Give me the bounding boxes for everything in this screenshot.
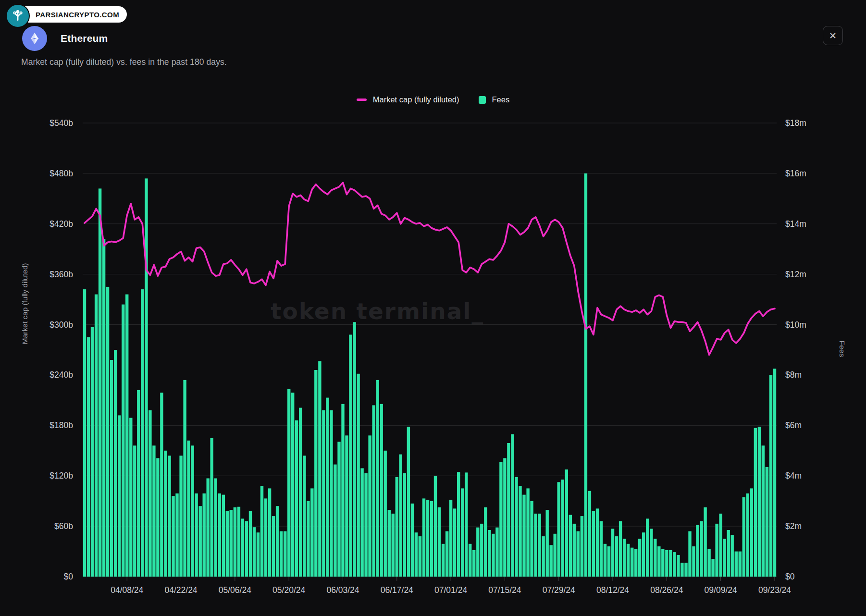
fees-bar[interactable] [95,295,98,577]
fees-bar[interactable] [129,418,132,577]
fees-bar[interactable] [164,451,167,577]
fees-bar[interactable] [561,480,564,577]
fees-bar[interactable] [522,495,525,577]
fees-bar[interactable] [646,518,649,577]
fees-bar[interactable] [99,188,101,577]
fees-bar[interactable] [122,305,124,577]
fees-bar[interactable] [195,493,198,577]
fees-bar[interactable] [550,545,553,577]
fees-bar[interactable] [627,544,630,577]
fees-bar[interactable] [684,563,687,577]
fees-bar[interactable] [476,528,479,577]
fees-bar[interactable] [353,322,356,577]
fees-bar[interactable] [83,289,86,577]
fees-bar[interactable] [368,435,371,577]
fees-bar[interactable] [588,491,591,577]
fees-bar[interactable] [519,486,521,577]
fees-bar[interactable] [526,488,529,577]
fees-bar[interactable] [87,337,90,577]
fees-bar[interactable] [592,511,595,577]
fees-bar[interactable] [264,498,267,577]
fees-bar[interactable] [665,550,668,577]
fees-bar[interactable] [615,536,618,577]
fees-bar[interactable] [750,488,753,577]
fees-bar[interactable] [515,477,518,577]
fees-bar[interactable] [295,420,298,577]
fees-bar[interactable] [442,544,445,577]
fees-bar[interactable] [484,507,487,577]
fees-bar[interactable] [245,521,248,577]
fees-bar[interactable] [642,532,645,577]
fees-bar[interactable] [179,456,182,577]
fees-bar[interactable] [754,428,757,577]
fees-bar[interactable] [631,548,633,577]
fees-bar[interactable] [634,549,637,577]
fees-bar[interactable] [650,529,653,577]
fees-bar[interactable] [234,507,236,577]
fees-bar[interactable] [731,535,734,577]
fees-bar[interactable] [704,507,706,577]
fees-bar[interactable] [114,350,117,577]
fees-bar[interactable] [623,539,626,577]
fees-bar[interactable] [766,467,768,577]
fees-bar[interactable] [364,473,367,577]
fees-bar[interactable] [237,507,240,577]
fees-bar[interactable] [769,375,772,577]
fees-bar[interactable] [407,427,410,577]
fees-bar[interactable] [253,527,256,577]
fees-bar[interactable] [669,550,672,577]
fees-bar[interactable] [141,289,144,577]
fees-bar[interactable] [677,555,680,577]
fees-bar[interactable] [719,514,722,577]
fees-bar[interactable] [657,546,660,577]
fees-bar[interactable] [257,532,260,577]
fees-bar[interactable] [376,380,379,577]
fees-bar[interactable] [322,410,325,577]
fees-bar[interactable] [692,546,695,577]
market-cap-line[interactable] [85,183,775,355]
fees-bar[interactable] [276,506,279,577]
fees-bar[interactable] [287,389,290,577]
fees-bar[interactable] [735,552,738,577]
fees-bar[interactable] [700,521,703,577]
fees-bar[interactable] [596,508,599,577]
fees-bar[interactable] [534,514,537,577]
fees-bar[interactable] [573,524,576,577]
fees-bar[interactable] [422,498,425,577]
fees-bar[interactable] [715,524,718,577]
fees-bar[interactable] [91,327,94,577]
fees-bar[interactable] [341,404,344,577]
fees-bar[interactable] [380,404,383,577]
fees-bar[interactable] [160,393,163,577]
fees-bar[interactable] [727,530,730,577]
fees-bar[interactable] [449,500,452,577]
fees-bar[interactable] [762,445,765,577]
fees-bar[interactable] [303,456,306,577]
fees-bar[interactable] [187,441,190,577]
fees-bar[interactable] [199,506,202,577]
fees-bar[interactable] [125,295,128,577]
fees-bar[interactable] [554,534,557,577]
fees-bar[interactable] [399,455,402,577]
fees-bar[interactable] [511,434,514,577]
fees-bar[interactable] [241,518,244,577]
fees-bar[interactable] [299,408,302,577]
fees-bar[interactable] [411,504,414,577]
fees-bar[interactable] [310,488,313,577]
fees-bar[interactable] [565,469,568,577]
fees-bar[interactable] [577,531,580,577]
fees-bar[interactable] [495,528,498,577]
fees-bar[interactable] [118,415,121,577]
fees-bar[interactable] [314,370,317,577]
fees-bar[interactable] [469,544,471,577]
chart-canvas[interactable]: $540b$18m$480b$16m$420b$14m$360b$12m$300… [0,0,866,616]
fees-bar[interactable] [680,563,683,577]
fees-bar[interactable] [453,508,456,577]
fees-bar[interactable] [758,427,761,577]
fees-bar[interactable] [611,529,614,577]
fees-bar[interactable] [503,458,506,577]
fees-bar[interactable] [172,496,174,577]
fees-bar[interactable] [207,479,210,577]
fees-bar[interactable] [384,451,387,577]
fees-bar[interactable] [218,493,221,577]
